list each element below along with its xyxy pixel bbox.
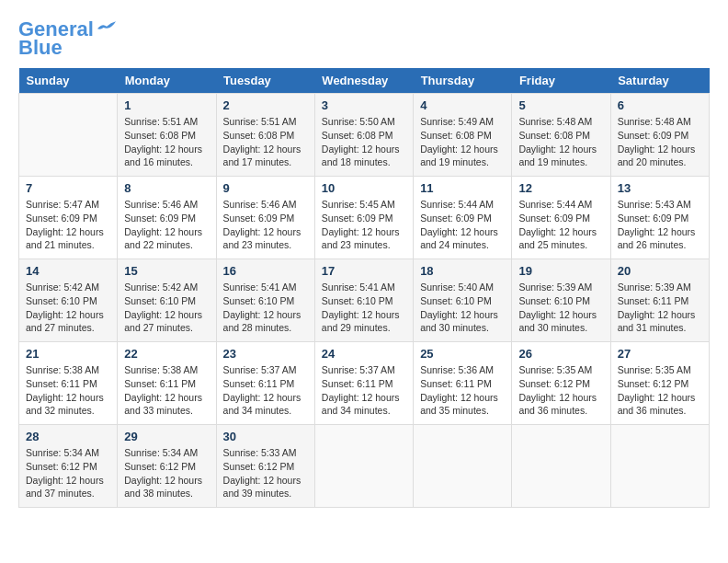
calendar-cell: 24Sunrise: 5:37 AMSunset: 6:11 PMDayligh… <box>314 342 413 425</box>
weekday-header-friday: Friday <box>512 68 610 94</box>
calendar-cell: 25Sunrise: 5:36 AMSunset: 6:11 PMDayligh… <box>414 342 512 425</box>
weekday-header-monday: Monday <box>118 68 216 94</box>
day-number: 4 <box>420 98 505 112</box>
day-number: 9 <box>223 181 308 195</box>
calendar-cell <box>610 425 709 508</box>
day-number: 28 <box>26 430 110 443</box>
calendar-week-row: 1Sunrise: 5:51 AMSunset: 6:08 PMDaylight… <box>19 94 710 177</box>
calendar-cell: 13Sunrise: 5:43 AMSunset: 6:09 PMDayligh… <box>610 177 709 259</box>
weekday-header-row: SundayMondayTuesdayWednesdayThursdayFrid… <box>19 68 710 94</box>
calendar-cell: 21Sunrise: 5:38 AMSunset: 6:11 PMDayligh… <box>19 342 118 425</box>
day-info: Sunrise: 5:41 AMSunset: 6:10 PMDaylight:… <box>223 281 308 335</box>
day-number: 8 <box>124 181 209 195</box>
day-info: Sunrise: 5:51 AMSunset: 6:08 PMDaylight:… <box>124 115 209 169</box>
weekday-header-tuesday: Tuesday <box>216 68 314 94</box>
day-number: 29 <box>124 430 209 443</box>
day-number: 23 <box>223 347 308 361</box>
day-number: 5 <box>518 98 603 112</box>
day-number: 21 <box>26 347 110 361</box>
calendar-cell: 28Sunrise: 5:34 AMSunset: 6:12 PMDayligh… <box>19 425 118 508</box>
calendar-cell: 30Sunrise: 5:33 AMSunset: 6:12 PMDayligh… <box>216 425 314 508</box>
day-info: Sunrise: 5:38 AMSunset: 6:11 PMDaylight:… <box>26 363 110 418</box>
day-number: 14 <box>26 264 110 278</box>
day-info: Sunrise: 5:48 AMSunset: 6:08 PMDaylight:… <box>518 115 603 169</box>
calendar-cell: 12Sunrise: 5:44 AMSunset: 6:09 PMDayligh… <box>512 177 610 259</box>
day-number: 15 <box>124 264 209 278</box>
day-info: Sunrise: 5:34 AMSunset: 6:12 PMDaylight:… <box>124 446 209 500</box>
day-number: 18 <box>420 264 505 278</box>
weekday-header-wednesday: Wednesday <box>314 68 413 94</box>
calendar-cell: 29Sunrise: 5:34 AMSunset: 6:12 PMDayligh… <box>118 425 216 508</box>
calendar-cell: 16Sunrise: 5:41 AMSunset: 6:10 PMDayligh… <box>216 259 314 342</box>
day-info: Sunrise: 5:51 AMSunset: 6:08 PMDaylight:… <box>223 115 308 169</box>
calendar-table: SundayMondayTuesdayWednesdayThursdayFrid… <box>18 68 710 508</box>
calendar-cell <box>512 425 610 508</box>
day-info: Sunrise: 5:41 AMSunset: 6:10 PMDaylight:… <box>322 281 406 335</box>
day-info: Sunrise: 5:50 AMSunset: 6:08 PMDaylight:… <box>322 115 406 169</box>
calendar-cell: 14Sunrise: 5:42 AMSunset: 6:10 PMDayligh… <box>19 259 118 342</box>
day-number: 24 <box>322 347 406 361</box>
page-header: General Blue <box>18 18 710 59</box>
day-number: 17 <box>322 264 406 278</box>
calendar-cell: 23Sunrise: 5:37 AMSunset: 6:11 PMDayligh… <box>216 342 314 425</box>
day-info: Sunrise: 5:47 AMSunset: 6:09 PMDaylight:… <box>26 198 110 252</box>
day-info: Sunrise: 5:49 AMSunset: 6:08 PMDaylight:… <box>420 115 505 169</box>
calendar-week-row: 7Sunrise: 5:47 AMSunset: 6:09 PMDaylight… <box>19 177 710 259</box>
day-info: Sunrise: 5:44 AMSunset: 6:09 PMDaylight:… <box>518 198 603 252</box>
day-number: 30 <box>223 430 308 443</box>
calendar-cell: 6Sunrise: 5:48 AMSunset: 6:09 PMDaylight… <box>610 94 709 177</box>
calendar-cell: 27Sunrise: 5:35 AMSunset: 6:12 PMDayligh… <box>610 342 709 425</box>
logo-bird-icon <box>97 21 116 34</box>
day-info: Sunrise: 5:35 AMSunset: 6:12 PMDaylight:… <box>518 363 603 418</box>
calendar-cell: 8Sunrise: 5:46 AMSunset: 6:09 PMDaylight… <box>118 177 216 259</box>
weekday-header-sunday: Sunday <box>19 68 118 94</box>
day-info: Sunrise: 5:46 AMSunset: 6:09 PMDaylight:… <box>223 198 308 252</box>
calendar-week-row: 14Sunrise: 5:42 AMSunset: 6:10 PMDayligh… <box>19 259 710 342</box>
day-info: Sunrise: 5:48 AMSunset: 6:09 PMDaylight:… <box>618 115 702 169</box>
day-number: 19 <box>518 264 603 278</box>
calendar-cell: 26Sunrise: 5:35 AMSunset: 6:12 PMDayligh… <box>512 342 610 425</box>
day-info: Sunrise: 5:42 AMSunset: 6:10 PMDaylight:… <box>26 281 110 335</box>
calendar-header: SundayMondayTuesdayWednesdayThursdayFrid… <box>19 68 710 94</box>
calendar-cell <box>314 425 413 508</box>
calendar-cell: 9Sunrise: 5:46 AMSunset: 6:09 PMDaylight… <box>216 177 314 259</box>
calendar-cell: 22Sunrise: 5:38 AMSunset: 6:11 PMDayligh… <box>118 342 216 425</box>
calendar-cell <box>414 425 512 508</box>
calendar-cell: 15Sunrise: 5:42 AMSunset: 6:10 PMDayligh… <box>118 259 216 342</box>
day-info: Sunrise: 5:39 AMSunset: 6:11 PMDaylight:… <box>618 281 702 335</box>
calendar-cell: 4Sunrise: 5:49 AMSunset: 6:08 PMDaylight… <box>414 94 512 177</box>
day-info: Sunrise: 5:34 AMSunset: 6:12 PMDaylight:… <box>26 446 110 500</box>
calendar-cell: 10Sunrise: 5:45 AMSunset: 6:09 PMDayligh… <box>314 177 413 259</box>
day-number: 26 <box>518 347 603 361</box>
logo-blue: Blue <box>18 37 63 59</box>
calendar-cell: 7Sunrise: 5:47 AMSunset: 6:09 PMDaylight… <box>19 177 118 259</box>
day-number: 12 <box>518 181 603 195</box>
day-number: 25 <box>420 347 505 361</box>
weekday-header-thursday: Thursday <box>414 68 512 94</box>
calendar-cell: 19Sunrise: 5:39 AMSunset: 6:10 PMDayligh… <box>512 259 610 342</box>
day-info: Sunrise: 5:35 AMSunset: 6:12 PMDaylight:… <box>618 363 702 418</box>
day-number: 3 <box>322 98 406 112</box>
day-number: 6 <box>618 98 702 112</box>
day-number: 13 <box>618 181 702 195</box>
calendar-cell: 2Sunrise: 5:51 AMSunset: 6:08 PMDaylight… <box>216 94 314 177</box>
day-info: Sunrise: 5:33 AMSunset: 6:12 PMDaylight:… <box>223 446 308 500</box>
calendar-cell: 3Sunrise: 5:50 AMSunset: 6:08 PMDaylight… <box>314 94 413 177</box>
weekday-header-saturday: Saturday <box>610 68 709 94</box>
calendar-cell <box>19 94 118 177</box>
calendar-cell: 11Sunrise: 5:44 AMSunset: 6:09 PMDayligh… <box>414 177 512 259</box>
calendar-week-row: 21Sunrise: 5:38 AMSunset: 6:11 PMDayligh… <box>19 342 710 425</box>
calendar-cell: 17Sunrise: 5:41 AMSunset: 6:10 PMDayligh… <box>314 259 413 342</box>
calendar-body: 1Sunrise: 5:51 AMSunset: 6:08 PMDaylight… <box>19 94 710 508</box>
day-number: 22 <box>124 347 209 361</box>
calendar-cell: 20Sunrise: 5:39 AMSunset: 6:11 PMDayligh… <box>610 259 709 342</box>
day-info: Sunrise: 5:45 AMSunset: 6:09 PMDaylight:… <box>322 198 406 252</box>
day-info: Sunrise: 5:36 AMSunset: 6:11 PMDaylight:… <box>420 363 505 418</box>
day-info: Sunrise: 5:37 AMSunset: 6:11 PMDaylight:… <box>322 363 406 418</box>
day-number: 10 <box>322 181 406 195</box>
day-number: 11 <box>420 181 505 195</box>
day-info: Sunrise: 5:40 AMSunset: 6:10 PMDaylight:… <box>420 281 505 335</box>
day-number: 20 <box>618 264 702 278</box>
calendar-cell: 1Sunrise: 5:51 AMSunset: 6:08 PMDaylight… <box>118 94 216 177</box>
day-info: Sunrise: 5:43 AMSunset: 6:09 PMDaylight:… <box>618 198 702 252</box>
